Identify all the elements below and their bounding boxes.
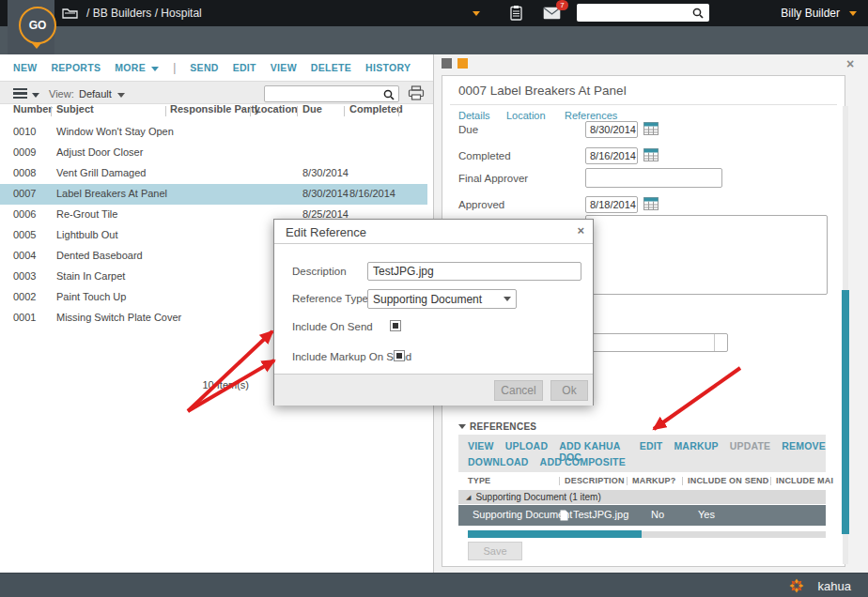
more-button[interactable]: MORE bbox=[115, 62, 159, 73]
final-approver-input[interactable] bbox=[585, 168, 722, 188]
approved-input[interactable]: 8/18/2014 bbox=[585, 196, 638, 213]
list-menu-caret-icon[interactable] bbox=[32, 93, 39, 98]
due-input[interactable]: 8/30/2014 bbox=[585, 121, 638, 138]
mail-badge: 7 bbox=[556, 0, 568, 10]
description-label: Description bbox=[292, 266, 347, 277]
search-icon[interactable] bbox=[692, 8, 704, 19]
col-header-responsible-party[interactable]: Responsible Party bbox=[170, 103, 260, 115]
ref-markup-button[interactable]: MARKUP bbox=[674, 440, 718, 463]
global-search-input[interactable] bbox=[577, 4, 709, 22]
folder-icon bbox=[62, 7, 79, 20]
group-expand-icon: ◢ bbox=[466, 490, 471, 504]
approved-calendar-icon[interactable] bbox=[643, 197, 659, 210]
ref-download-button[interactable]: DOWNLOAD bbox=[468, 456, 529, 467]
col-header-subject[interactable]: Subject bbox=[56, 103, 94, 115]
edit-reference-dialog: Edit Reference × Description Reference T… bbox=[273, 219, 594, 406]
approved-label: Approved bbox=[458, 199, 504, 210]
user-menu-caret-icon[interactable] bbox=[849, 11, 857, 16]
go-logo-tail-icon bbox=[32, 43, 41, 49]
completed-input[interactable]: 8/16/2014 bbox=[585, 147, 638, 164]
dialog-title: Edit Reference bbox=[286, 225, 366, 239]
view-label: View: bbox=[49, 88, 74, 100]
list-search-input[interactable] bbox=[264, 85, 399, 102]
dialog-close-icon[interactable]: × bbox=[577, 223, 584, 237]
include-markup-checkbox[interactable] bbox=[394, 350, 405, 361]
detail-combo-icon[interactable] bbox=[714, 334, 727, 351]
view-selector-caret-icon[interactable] bbox=[117, 93, 125, 98]
completed-calendar-icon[interactable] bbox=[643, 148, 659, 161]
save-button[interactable]: Save bbox=[468, 542, 522, 560]
col-header-location[interactable]: Location bbox=[255, 103, 298, 115]
view-bar: View: Default bbox=[0, 81, 433, 104]
due-calendar-icon[interactable] bbox=[643, 122, 659, 135]
reference-type-label: Reference Type bbox=[292, 293, 368, 304]
reference-group-row[interactable]: ◢Supporting Document (1 item) bbox=[458, 490, 826, 504]
ok-button[interactable]: Ok bbox=[550, 380, 588, 401]
history-button[interactable]: HISTORY bbox=[365, 62, 411, 73]
tab-details[interactable]: Details bbox=[458, 110, 490, 121]
col-header-completed[interactable]: Completed bbox=[349, 103, 403, 115]
col-header-number[interactable]: Number bbox=[13, 103, 53, 115]
clipboard-icon[interactable] bbox=[510, 5, 522, 21]
table-row-selected[interactable]: 0007Label Breakers At Panel8/30/20148/16… bbox=[0, 184, 427, 205]
tab-location[interactable]: Location bbox=[506, 110, 546, 121]
detail-title: 0007 Label Breakers At Panel bbox=[458, 84, 627, 98]
pane-orange-square-icon[interactable] bbox=[457, 58, 468, 69]
ref-col-description[interactable]: DESCRIPTION bbox=[565, 476, 625, 485]
collapse-triangle-icon bbox=[458, 424, 466, 429]
pane-gray-square-icon[interactable] bbox=[442, 58, 452, 69]
view-selector[interactable]: Default bbox=[79, 88, 112, 100]
go-logo[interactable]: GO bbox=[8, 0, 54, 54]
ref-remove-button[interactable]: REMOVE bbox=[782, 440, 826, 463]
col-header-due[interactable]: Due bbox=[302, 103, 322, 115]
user-menu[interactable]: Billy Builder bbox=[781, 7, 840, 20]
final-approver-label: Final Approver bbox=[458, 173, 528, 184]
include-on-send-label: Include On Send bbox=[292, 321, 373, 332]
item-count: 10 Item(s) bbox=[169, 379, 249, 390]
close-panel-icon[interactable]: × bbox=[846, 56, 854, 71]
toolbar-divider: | bbox=[173, 61, 176, 74]
panel-scrollbar-thumb[interactable] bbox=[842, 290, 849, 534]
notes-textarea[interactable] bbox=[585, 215, 828, 295]
new-button[interactable]: NEW bbox=[13, 62, 37, 73]
ref-hscrollbar-thumb[interactable] bbox=[468, 530, 642, 538]
ref-add-composite-button[interactable]: ADD COMPOSITE bbox=[540, 456, 626, 467]
list-search-icon[interactable] bbox=[383, 89, 395, 100]
print-icon[interactable] bbox=[408, 85, 425, 100]
send-button[interactable]: SEND bbox=[190, 62, 218, 73]
view-button[interactable]: VIEW bbox=[271, 62, 297, 73]
ref-col-include-markup[interactable]: INCLUDE MAI bbox=[776, 476, 833, 485]
completed-label: Completed bbox=[458, 150, 511, 161]
dialog-title-bar: Edit Reference × bbox=[274, 220, 593, 244]
detail-combo-input[interactable] bbox=[585, 333, 728, 352]
ref-col-include-on-send[interactable]: INCLUDE ON SEND bbox=[688, 476, 769, 485]
ref-edit-button[interactable]: EDIT bbox=[640, 440, 663, 463]
project-selector-caret-icon[interactable] bbox=[473, 11, 480, 16]
delete-button[interactable]: DELETE bbox=[311, 62, 351, 73]
references-toolbar: VIEW UPLOAD ADD KAHUA DOC EDIT MARKUP UP… bbox=[458, 435, 826, 472]
description-input[interactable] bbox=[367, 262, 581, 281]
edit-button[interactable]: EDIT bbox=[233, 62, 256, 73]
file-icon bbox=[560, 510, 568, 521]
list-menu-icon[interactable] bbox=[13, 88, 27, 100]
app-nav-bar: Projects Punch Lists Configuration Fundi… bbox=[0, 26, 868, 54]
brand-name: kahua bbox=[818, 579, 851, 593]
reference-row-selected[interactable]: Supporting Document TestJPG.jpg No Yes bbox=[458, 505, 826, 526]
reports-button[interactable]: REPORTS bbox=[51, 62, 101, 73]
go-logo-label: GO bbox=[29, 19, 47, 32]
table-row[interactable]: 0008Vent Grill Damaged8/30/2014 bbox=[0, 163, 427, 184]
bottom-bar: kahua bbox=[0, 573, 868, 597]
kahua-logo-icon bbox=[789, 578, 804, 593]
reference-type-select[interactable]: Supporting Document bbox=[367, 289, 517, 309]
table-row[interactable]: 0010Window Won't Stay Open bbox=[0, 122, 427, 143]
ref-col-markup[interactable]: MARKUP? bbox=[632, 476, 675, 485]
tab-references[interactable]: References bbox=[565, 110, 617, 121]
table-row[interactable]: 0009Adjust Door Closer bbox=[0, 143, 427, 163]
include-on-send-checkbox[interactable] bbox=[390, 320, 401, 331]
ref-col-type[interactable]: TYPE bbox=[468, 476, 490, 485]
ref-update-button: UPDATE bbox=[730, 440, 771, 463]
due-label: Due bbox=[458, 124, 478, 135]
references-section-header[interactable]: REFERENCES bbox=[458, 421, 536, 432]
cancel-button[interactable]: Cancel bbox=[494, 380, 543, 401]
breadcrumb[interactable]: / BB Builders / Hospital bbox=[86, 7, 202, 20]
